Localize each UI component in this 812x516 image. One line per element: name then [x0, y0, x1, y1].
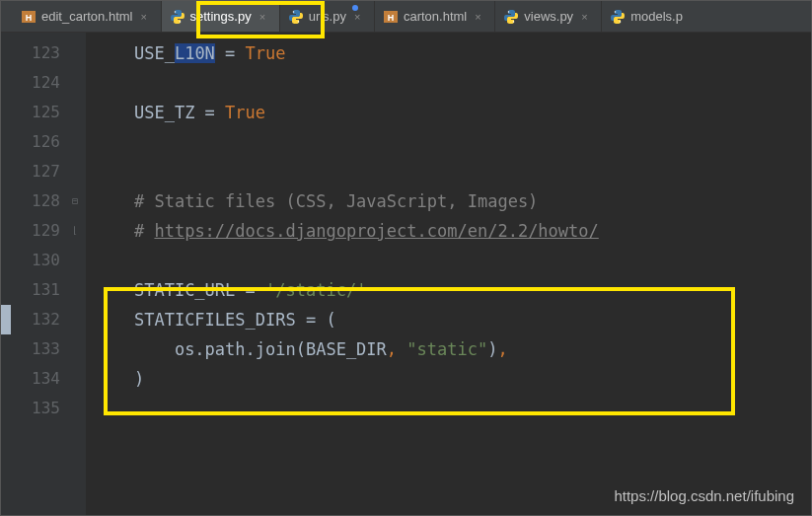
editor-left-margin	[1, 33, 11, 515]
tab-settings[interactable]: settings.py ×	[162, 1, 280, 32]
line-number: 124	[11, 68, 72, 98]
tab-label: models.p	[630, 9, 683, 24]
tab-models[interactable]: models.p	[602, 1, 691, 32]
tab-views[interactable]: views.py ×	[495, 1, 602, 32]
tab-edit-carton[interactable]: H edit_carton.html ×	[11, 1, 162, 32]
close-icon[interactable]: ×	[581, 11, 593, 23]
code-line: os.path.join(BASE_DIR, "static"),	[94, 334, 811, 364]
fold-gutter: ⊟ ⌊	[72, 33, 86, 515]
svg-text:H: H	[26, 13, 33, 23]
fold-icon[interactable]: ⊟	[72, 186, 78, 216]
line-number: 134	[11, 364, 72, 394]
watermark-text: https://blog.csdn.net/ifubing	[614, 487, 794, 504]
tab-label: views.py	[524, 9, 573, 24]
code-line	[94, 157, 811, 186]
svg-point-11	[620, 21, 622, 23]
close-icon[interactable]: ×	[141, 11, 153, 23]
tab-label: urls.py	[309, 9, 346, 24]
html-icon: H	[383, 9, 399, 25]
fold-end-icon[interactable]: ⌊	[72, 216, 78, 246]
code-line	[94, 68, 811, 98]
line-number: 132	[11, 305, 72, 334]
line-number: 123	[11, 38, 72, 68]
svg-point-9	[513, 21, 515, 23]
line-number: 125	[11, 98, 72, 127]
line-number: 127	[11, 157, 72, 186]
code-line: USE_L10N = True	[94, 38, 811, 68]
svg-point-5	[297, 21, 299, 23]
tab-urls[interactable]: urls.py ×	[280, 1, 375, 32]
tab-bar: H edit_carton.html × settings.py × urls.…	[1, 1, 811, 33]
svg-point-2	[174, 11, 176, 13]
code-line	[94, 246, 811, 275]
html-icon: H	[21, 9, 37, 25]
svg-point-3	[179, 21, 181, 23]
code-content[interactable]: USE_L10N = True USE_TZ = True # Static f…	[86, 33, 811, 515]
python-icon	[610, 9, 626, 25]
code-line: STATICFILES_DIRS = (	[94, 305, 811, 334]
code-line: )	[94, 364, 811, 394]
svg-point-4	[292, 11, 294, 13]
svg-text:H: H	[388, 13, 395, 23]
close-icon[interactable]: ×	[475, 11, 486, 23]
line-number: 133	[11, 334, 72, 364]
code-line	[94, 394, 811, 423]
code-line: # Static files (CSS, JavaScript, Images)	[94, 186, 811, 216]
svg-point-10	[615, 11, 617, 13]
line-number: 129	[11, 216, 72, 246]
tab-carton[interactable]: H carton.html ×	[375, 1, 495, 32]
line-number: 128	[11, 186, 72, 216]
close-icon[interactable]: ×	[354, 11, 366, 23]
tab-label: carton.html	[404, 9, 467, 24]
line-number: 131	[11, 275, 72, 305]
code-line	[94, 127, 811, 157]
python-icon	[170, 9, 185, 25]
line-gutter: 123 124 125 126 127 128 129 130 131 132 …	[11, 33, 72, 515]
line-number: 126	[11, 127, 72, 157]
tab-label: edit_carton.html	[41, 9, 133, 24]
active-line-marker	[1, 305, 11, 334]
python-icon	[503, 9, 519, 25]
close-icon[interactable]: ×	[259, 11, 271, 23]
code-line: USE_TZ = True	[94, 98, 811, 127]
line-number: 130	[11, 246, 72, 275]
tab-label: settings.py	[190, 9, 252, 24]
editor-area[interactable]: 123 124 125 126 127 128 129 130 131 132 …	[1, 33, 811, 515]
svg-point-8	[508, 11, 510, 13]
python-icon	[288, 9, 304, 25]
code-line: STATIC_URL = '/static/'	[94, 275, 811, 305]
line-number: 135	[11, 394, 72, 423]
code-line: # https://docs.djangoproject.com/en/2.2/…	[94, 216, 811, 246]
